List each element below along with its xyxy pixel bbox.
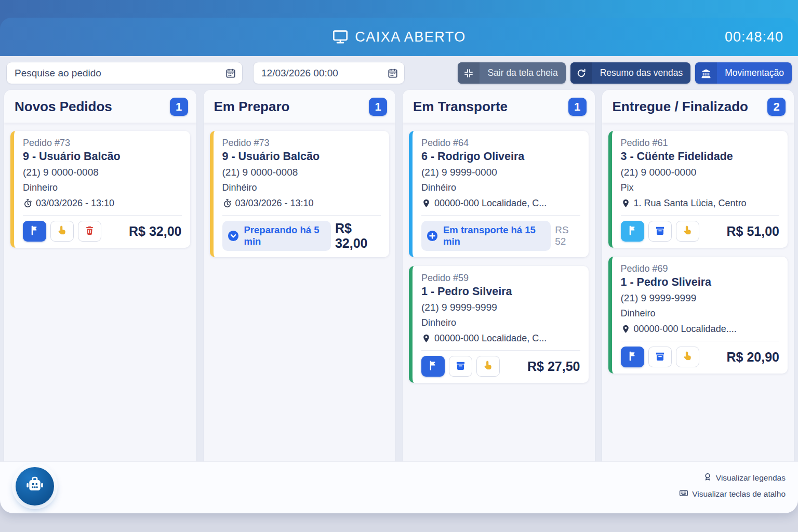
page-title: CAIXA ABERTO <box>332 29 466 45</box>
search-input[interactable] <box>6 62 243 84</box>
view-legends-label: Visualizar legendas <box>716 473 786 483</box>
hand-button[interactable] <box>50 221 74 242</box>
footer: Visualizar legendas Visualizar teclas de… <box>0 461 798 513</box>
card-meta: 1. Rua Santa Lücia, Centro <box>621 198 780 209</box>
archive-icon <box>655 225 666 237</box>
monitor-icon <box>332 29 349 45</box>
pin-icon <box>621 324 631 334</box>
payment-method: Pix <box>621 182 780 193</box>
column-1: Em Preparo1Pedido #739 - Usuário Balcão(… <box>204 90 396 461</box>
flag-button[interactable] <box>621 221 644 242</box>
card-meta: 03/03/2026 - 13:10 <box>23 198 182 209</box>
column-header: Novos Pedidos1 <box>4 90 196 123</box>
footer-links: Visualizar legendas Visualizar teclas de… <box>679 472 786 500</box>
card-footer: R$ 32,00 <box>23 221 182 242</box>
order-total: R$ 20,90 <box>727 350 779 365</box>
payment-method: Dinhéiro <box>222 182 381 193</box>
card-divider <box>23 215 182 216</box>
exit-fullscreen-button[interactable]: Sair da tela cheia <box>458 62 565 84</box>
movement-label: Movimentação <box>717 62 792 84</box>
hand-button[interactable] <box>676 347 699 367</box>
flag-button[interactable] <box>421 356 445 377</box>
customer-phone: (21) 9 9999-9999 <box>421 302 580 313</box>
clock-icon <box>222 198 232 208</box>
card-divider <box>621 215 780 216</box>
order: Pedido #73 <box>23 138 182 149</box>
pin-icon <box>421 334 431 343</box>
header-bar: CAIXA ABERTO 00:48:40 <box>0 18 798 56</box>
refresh-icon <box>570 62 592 84</box>
flag-button[interactable] <box>23 221 46 242</box>
calendar-icon <box>225 68 236 79</box>
card-divider <box>222 215 381 216</box>
card-footer: Em transporte há 15 minRS 52 <box>421 221 580 251</box>
hand-icon <box>483 360 494 373</box>
hand-button[interactable] <box>676 221 699 242</box>
order-card[interactable]: Pedido #646 - Rodrigo Oliveira(21) 9 999… <box>409 131 589 257</box>
search-field <box>6 62 243 84</box>
column-title: Novos Pedidos <box>15 99 112 115</box>
card-meta-text: 00000-000 Localidade, C... <box>434 333 547 344</box>
customer-phone: (21) 9 9999-9999 <box>621 292 780 304</box>
status-label: Em transporte há 15 min <box>443 224 544 247</box>
movement-button[interactable]: Movimentação <box>695 62 792 84</box>
customer-name: 1 - Pedro Silveira <box>421 285 580 298</box>
column-title: Em Preparo <box>214 99 290 115</box>
archive-button[interactable] <box>648 347 672 367</box>
customer-name: 9 - Usuário Balcão <box>222 150 381 163</box>
customer-phone: (21) 9 0000-0008 <box>23 167 182 178</box>
card-meta-text: 00000-000 Localidade.... <box>634 324 737 335</box>
view-shortcuts-label: Visualizar teclas de atalho <box>692 489 786 499</box>
card-meta-text: 03/03/2026 - 13:10 <box>235 198 314 209</box>
medal-icon <box>703 472 712 484</box>
card-meta: 00000-000 Localidade, C... <box>421 198 580 209</box>
customer-name: 3 - Cüénte Fidelidade <box>621 150 780 163</box>
column-0: Novos Pedidos1Pedido #739 - Usuário Balc… <box>4 90 196 461</box>
customer-phone: (21) 9 0000-0008 <box>222 167 381 178</box>
hand-icon <box>682 351 693 363</box>
card-meta-text: 03/03/2026 - 13:10 <box>36 198 114 209</box>
pin-icon <box>421 198 431 208</box>
order-total: R$ 51,00 <box>727 224 779 239</box>
customer-name: 6 - Rodrigo Oliveira <box>421 150 580 163</box>
sales-summary-button[interactable]: Resumo das vendas <box>570 62 691 84</box>
content-panel: Sair da tela cheia Resumo das vendas Mov… <box>0 56 798 513</box>
archive-button[interactable] <box>449 356 472 377</box>
order-card[interactable]: Pedido #739 - Usuário Balcão(21) 9 0000-… <box>10 131 190 248</box>
flag-button[interactable] <box>621 347 644 367</box>
card-footer: R$ 27,50 <box>421 356 580 377</box>
customer-phone: (21) 9 0000-0000 <box>621 167 780 178</box>
toolbar-buttons: Sair da tela cheia Resumo das vendas Mov… <box>458 62 792 84</box>
trash-button[interactable] <box>78 221 101 242</box>
column-count-badge: 1 <box>170 98 188 116</box>
payment-method: Dinheiro <box>23 182 182 193</box>
column-count-badge: 1 <box>568 98 587 116</box>
column-3: Entregue / Finalizado2Pedido #613 - Cüén… <box>602 90 794 461</box>
archive-icon <box>455 360 466 373</box>
order-card[interactable]: Pedido #691 - Pedro Sliveira(21) 9 9999-… <box>608 257 788 374</box>
customer-phone: (21) 9 9999-0000 <box>421 167 580 178</box>
hand-icon <box>682 225 693 237</box>
card-footer: Preparando há 5 minR$ 32,00 <box>222 221 381 251</box>
hand-button[interactable] <box>476 356 500 377</box>
column-body: Pedido #613 - Cüénte Fidelidade(21) 9 00… <box>602 123 794 461</box>
archive-button[interactable] <box>648 221 672 242</box>
order: Pedido #69 <box>621 263 780 274</box>
flag-icon <box>29 225 40 237</box>
view-legends-link[interactable]: Visualizar legendas <box>703 472 786 484</box>
card-meta: 00000-000 Localidade, C... <box>421 333 580 344</box>
plus-circle-icon <box>426 230 438 242</box>
view-shortcuts-link[interactable]: Visualizar teclas de atalho <box>679 488 786 500</box>
order: Pedido #61 <box>621 138 780 149</box>
order-card[interactable]: Pedido #739 - Usuário Balcão(21) 9 0000-… <box>210 131 390 257</box>
order-card[interactable]: Pedido #613 - Cüénte Fidelidade(21) 9 00… <box>608 131 788 248</box>
chevron-down-circle-icon <box>227 230 240 242</box>
assistant-button[interactable] <box>16 467 54 506</box>
keyboard-icon <box>679 488 688 500</box>
date-input[interactable] <box>253 62 405 84</box>
status-badge: Em transporte há 15 min <box>421 221 551 251</box>
column-title: Entregue / Finalizado <box>613 99 748 115</box>
page-title-text: CAIXA ABERTO <box>355 29 466 45</box>
toolbar: Sair da tela cheia Resumo das vendas Mov… <box>0 56 798 89</box>
order-card[interactable]: Pedido #591 - Pedro Silveira(21) 9 9999-… <box>409 266 589 383</box>
